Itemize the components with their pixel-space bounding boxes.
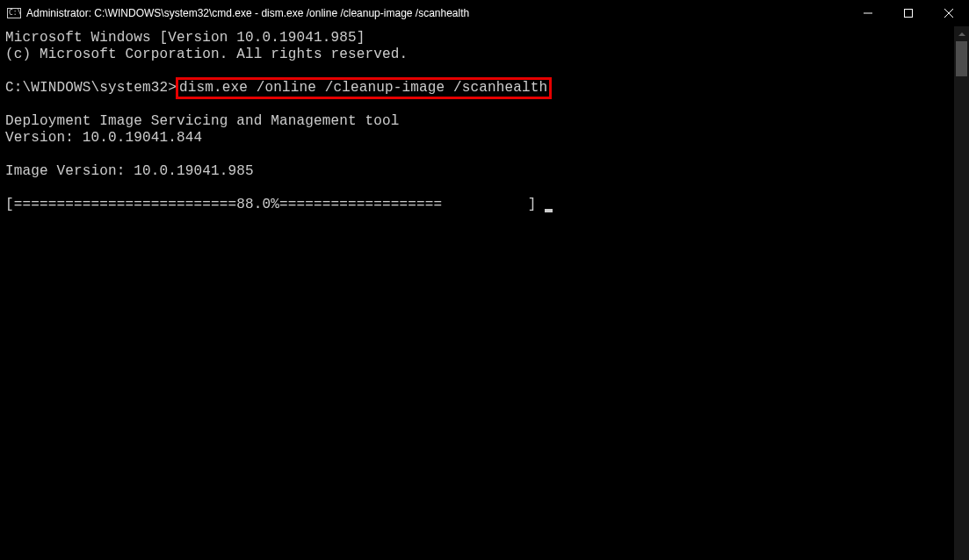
cursor — [545, 209, 553, 212]
command-text: dism.exe /online /cleanup-image /scanhea… — [179, 80, 547, 96]
window-title: Administrator: C:\WINDOWS\system32\cmd.e… — [26, 7, 848, 19]
progress-line: [==========================88.0%========… — [5, 197, 949, 213]
blank-line — [5, 180, 949, 197]
cmd-window: C:\ Administrator: C:\WINDOWS\system32\c… — [0, 0, 969, 560]
blank-line — [5, 147, 949, 163]
svg-marker-4 — [958, 32, 965, 36]
tool-version-line: Version: 10.0.19041.844 — [5, 130, 949, 147]
window-controls — [848, 0, 969, 26]
svg-rect-1 — [905, 10, 913, 18]
version-line: Microsoft Windows [Version 10.0.19041.98… — [5, 30, 949, 47]
prompt-prefix: C:\WINDOWS\system32> — [5, 80, 177, 96]
minimize-button[interactable] — [848, 0, 888, 26]
minimize-icon — [864, 9, 872, 18]
maximize-button[interactable] — [888, 0, 929, 26]
chevron-up-icon — [958, 32, 965, 36]
vertical-scrollbar[interactable] — [954, 26, 969, 560]
prompt-line: C:\WINDOWS\system32>dism.exe /online /cl… — [5, 80, 949, 97]
terminal-output[interactable]: Microsoft Windows [Version 10.0.19041.98… — [0, 26, 954, 560]
scroll-thumb[interactable] — [956, 41, 967, 76]
copyright-line: (c) Microsoft Corporation. All rights re… — [5, 47, 949, 63]
close-icon — [944, 9, 953, 18]
content-area: Microsoft Windows [Version 10.0.19041.98… — [0, 26, 969, 560]
image-version-line: Image Version: 10.0.19041.985 — [5, 163, 949, 180]
cmd-icon: C:\ — [7, 8, 21, 18]
maximize-icon — [904, 9, 913, 18]
tool-name-line: Deployment Image Servicing and Managemen… — [5, 113, 949, 130]
close-button[interactable] — [929, 0, 969, 26]
progress-bar: [==========================88.0%========… — [5, 197, 545, 212]
command-highlight: dism.exe /online /cleanup-image /scanhea… — [176, 77, 552, 99]
titlebar[interactable]: C:\ Administrator: C:\WINDOWS\system32\c… — [0, 0, 969, 26]
scroll-up-arrow-icon[interactable] — [954, 26, 969, 41]
